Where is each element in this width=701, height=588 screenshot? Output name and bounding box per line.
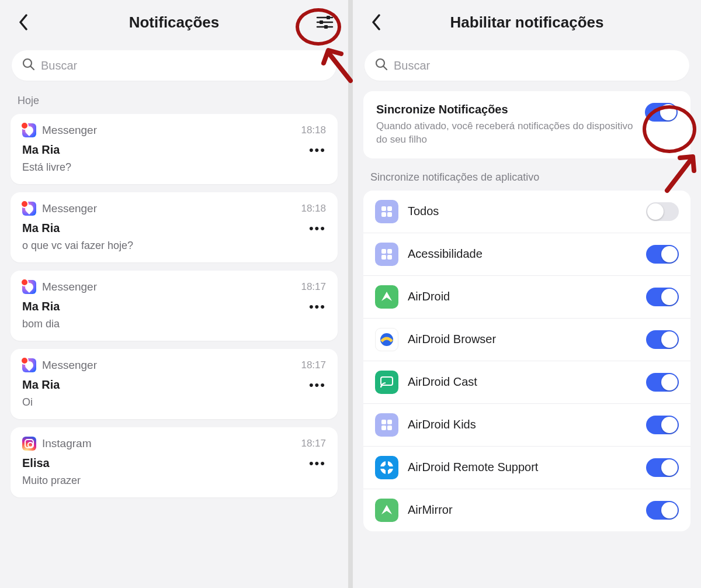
- screen-enable-notifications: Habilitar notificações Sincronize Notifi…: [353, 0, 701, 588]
- airmirror-icon: [375, 499, 398, 522]
- notification-time: 18:17: [301, 281, 326, 293]
- search-bar[interactable]: [365, 50, 689, 81]
- svg-rect-1: [327, 16, 330, 19]
- more-button[interactable]: •••: [309, 382, 326, 388]
- app-toggle[interactable]: [646, 416, 679, 434]
- section-today: Hoje: [0, 91, 348, 114]
- filter-button[interactable]: [313, 11, 336, 34]
- app-name: Messenger: [42, 202, 295, 215]
- sync-card: Sincronize Notificações Quando ativado, …: [363, 91, 690, 158]
- svg-rect-12: [381, 212, 386, 217]
- svg-rect-22: [381, 426, 386, 430]
- screen-notifications: Notificações Hoje Messenger 18:18 Ma Ria: [0, 0, 348, 588]
- app-name: Messenger: [42, 359, 295, 372]
- message-preview: Muito prazer: [22, 475, 326, 487]
- svg-rect-13: [387, 212, 392, 217]
- grid-icon: [375, 243, 398, 266]
- message-preview: bom dia: [22, 318, 326, 330]
- message-preview: Oi: [22, 396, 326, 409]
- sync-description: Quando ativado, você receberá notificaçõ…: [376, 120, 636, 147]
- grid-icon: [375, 413, 398, 437]
- app-name: Acessibilidade: [408, 247, 637, 261]
- notification-time: 18:17: [301, 359, 326, 371]
- app-name: Messenger: [42, 124, 295, 137]
- svg-rect-28: [380, 466, 384, 469]
- more-button[interactable]: •••: [309, 226, 326, 231]
- back-button[interactable]: [12, 11, 35, 34]
- svg-rect-3: [320, 20, 323, 24]
- app-toggle[interactable]: [646, 330, 679, 349]
- notification-card[interactable]: Instagram 18:17 Elisa ••• Muito prazer: [11, 427, 338, 497]
- page-title: Notificações: [35, 13, 313, 32]
- app-name: AirDroid: [408, 290, 637, 303]
- more-button[interactable]: •••: [309, 461, 326, 466]
- svg-rect-11: [387, 206, 392, 211]
- app-row: AirDroid Remote Support: [363, 447, 690, 489]
- app-row: AirDroid Kids: [363, 404, 690, 447]
- messenger-icon: [22, 202, 36, 216]
- notification-list: Messenger 18:18 Ma Ria ••• Está livre? M…: [0, 114, 348, 497]
- more-button[interactable]: •••: [309, 147, 326, 153]
- airdroid-browser-icon: [375, 328, 398, 351]
- grid-icon: [375, 200, 398, 223]
- svg-rect-16: [381, 255, 386, 260]
- app-row: AirMirror: [363, 489, 690, 531]
- app-name: Messenger: [42, 281, 295, 293]
- app-toggle[interactable]: [646, 458, 679, 477]
- messenger-icon: [22, 280, 36, 294]
- header: Habilitar notificações: [353, 0, 701, 44]
- message-preview: o que vc vai fazer hoje?: [22, 240, 326, 252]
- instagram-icon: [22, 437, 36, 451]
- svg-line-7: [31, 67, 34, 70]
- sync-toggle[interactable]: [645, 103, 678, 122]
- svg-rect-26: [386, 461, 388, 465]
- app-name: AirDroid Remote Support: [408, 461, 637, 474]
- svg-rect-10: [381, 206, 386, 211]
- app-row: AirDroid Cast: [363, 361, 690, 404]
- sender-name: Ma Ria: [22, 378, 309, 392]
- app-list: Todos Acessibilidade AirDroid AirDroid B…: [363, 191, 690, 531]
- notification-card[interactable]: Messenger 18:18 Ma Ria ••• o que vc vai …: [11, 192, 338, 262]
- app-row: AirDroid Browser: [363, 319, 690, 361]
- airdroid-icon: [375, 285, 398, 309]
- airdroid-cast-icon: [375, 371, 398, 394]
- notification-time: 18:18: [301, 124, 326, 136]
- more-button[interactable]: •••: [309, 304, 326, 310]
- header: Notificações: [0, 0, 348, 44]
- search-bar[interactable]: [12, 50, 336, 81]
- search-input[interactable]: [394, 59, 679, 72]
- back-button[interactable]: [365, 11, 388, 34]
- svg-rect-20: [381, 420, 386, 424]
- search-input[interactable]: [41, 59, 326, 72]
- search-icon: [22, 58, 35, 73]
- messenger-icon: [22, 358, 36, 372]
- notification-card[interactable]: Messenger 18:17 Ma Ria ••• Oi: [11, 349, 338, 419]
- notification-card[interactable]: Messenger 18:18 Ma Ria ••• Está livre?: [11, 114, 338, 184]
- svg-point-25: [384, 465, 390, 471]
- svg-rect-14: [381, 249, 386, 254]
- search-icon: [375, 58, 388, 73]
- svg-rect-5: [324, 25, 328, 29]
- svg-rect-29: [389, 466, 394, 469]
- airdroid-remote-icon: [375, 456, 398, 479]
- sender-name: Ma Ria: [22, 222, 309, 235]
- app-name: Todos: [408, 205, 637, 218]
- header-spacer: [666, 11, 689, 34]
- svg-rect-23: [387, 426, 392, 430]
- sync-title: Sincronize Notificações: [376, 103, 636, 116]
- app-toggle[interactable]: [646, 245, 679, 264]
- section-apps: Sincronize notificações de aplicativo: [353, 168, 701, 191]
- notification-card[interactable]: Messenger 18:17 Ma Ria ••• bom dia: [11, 271, 338, 341]
- app-row: Acessibilidade: [363, 233, 690, 276]
- svg-rect-27: [386, 470, 388, 475]
- app-name: AirMirror: [408, 503, 637, 517]
- app-toggle[interactable]: [646, 288, 679, 306]
- app-row: AirDroid: [363, 276, 690, 319]
- app-row: Todos: [363, 191, 690, 233]
- app-toggle[interactable]: [646, 373, 679, 392]
- notification-time: 18:18: [301, 203, 326, 215]
- svg-rect-17: [387, 255, 392, 260]
- app-name: AirDroid Cast: [408, 375, 637, 389]
- app-toggle[interactable]: [646, 501, 679, 520]
- app-toggle[interactable]: [646, 202, 679, 221]
